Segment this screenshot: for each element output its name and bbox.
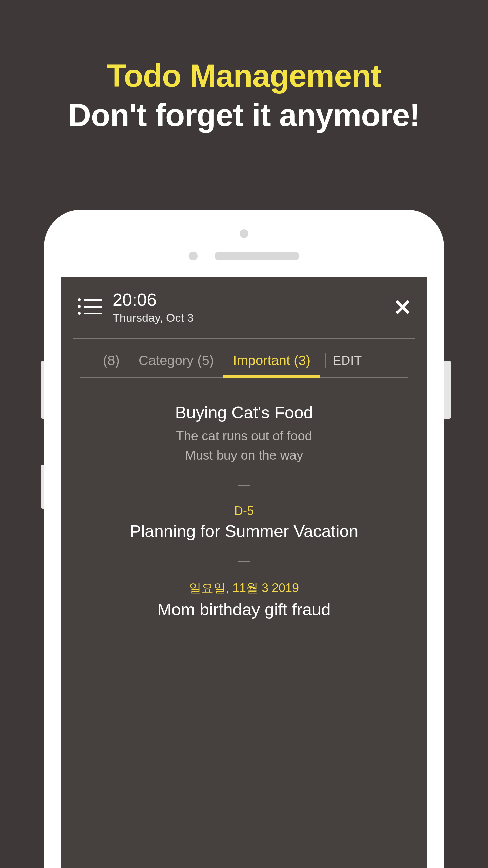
time-text: 20:06 — [113, 290, 395, 310]
phone-speaker-icon — [215, 252, 299, 260]
todo-title: Buying Cat's Food — [87, 403, 401, 422]
todo-description: The cat runs out of foodMust buy on the … — [87, 427, 401, 465]
tabs-row: (8) Category (5) Important (3) EDIT — [80, 339, 408, 378]
todo-date: 일요일, 11월 3 2019 — [87, 580, 401, 596]
time-block: 20:06 Thursday, Oct 3 — [113, 290, 395, 324]
tab-separator — [325, 353, 326, 368]
widget-container: (8) Category (5) Important (3) EDIT Buyi… — [73, 338, 415, 638]
phone-screen: 20:06 Thursday, Oct 3 (8) Category (5) I… — [61, 277, 427, 868]
phone-notch — [44, 220, 444, 277]
date-text: Thursday, Oct 3 — [113, 311, 395, 324]
phone-frame: 20:06 Thursday, Oct 3 (8) Category (5) I… — [44, 210, 444, 868]
close-icon[interactable] — [395, 300, 410, 315]
marketing-header: Todo Management Don't forget it anymore! — [0, 0, 488, 134]
app-header: 20:06 Thursday, Oct 3 — [61, 277, 427, 334]
edit-button[interactable]: EDIT — [329, 348, 366, 377]
todo-title: Planning for Summer Vacation — [87, 521, 401, 541]
todo-item[interactable]: 일요일, 11월 3 2019 Mom birthday gift fraud — [87, 575, 401, 624]
tab-all[interactable]: (8) — [94, 348, 129, 377]
phone-camera-icon — [240, 229, 248, 238]
marketing-title: Todo Management — [0, 58, 488, 94]
tab-category[interactable]: Category (5) — [129, 348, 223, 377]
background-decoration — [444, 361, 451, 419]
todo-title: Mom birthday gift fraud — [87, 600, 401, 619]
todo-item[interactable]: Buying Cat's Food The cat runs out of fo… — [87, 398, 401, 470]
todo-countdown-badge: D-5 — [87, 504, 401, 518]
divider: — — [87, 553, 401, 568]
divider: — — [87, 477, 401, 492]
phone-sensor-icon — [189, 252, 198, 260]
list-menu-icon[interactable] — [78, 298, 102, 317]
todo-item[interactable]: D-5 Planning for Summer Vacation — [87, 499, 401, 546]
tab-important[interactable]: Important (3) — [223, 348, 320, 377]
marketing-subtitle: Don't forget it anymore! — [0, 97, 488, 134]
todo-list: Buying Cat's Food The cat runs out of fo… — [73, 378, 415, 638]
